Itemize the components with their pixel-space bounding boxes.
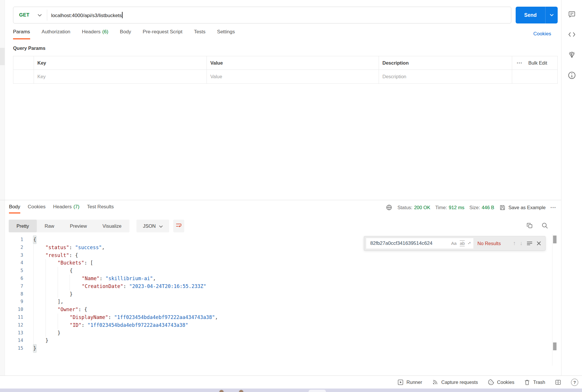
tab-body[interactable]: Body (120, 29, 131, 39)
line-number: 1 (5, 236, 23, 244)
wrap-text-button[interactable] (173, 220, 184, 232)
method-url-divider (47, 10, 47, 21)
find-next-icon[interactable]: ↓ (520, 240, 523, 247)
indent-guide-line (58, 290, 70, 298)
query-params-header-row: Key Value Description ••• Bulk Edit (13, 56, 557, 70)
request-info-button[interactable] (567, 71, 577, 81)
help-button[interactable]: ? (571, 379, 578, 386)
line-number: 14 (5, 337, 23, 344)
find-query-text: 82fb27a0ccf341639514c624 (370, 240, 448, 246)
info-icon (568, 71, 576, 81)
response-tab-headers[interactable]: Headers(7) (53, 204, 79, 214)
bulk-edit-button[interactable]: Bulk Edit (528, 60, 547, 66)
response-tabs: Body Cookies Headers(7) Test Results (9, 204, 114, 214)
code-token: ], (58, 298, 63, 306)
row-checkbox-cell[interactable] (13, 70, 34, 83)
more-options-icon[interactable]: ••• (517, 61, 523, 65)
tab-headers[interactable]: Headers(6) (82, 29, 108, 39)
key-input[interactable]: Key (34, 70, 207, 83)
line-number: 8 (5, 290, 23, 298)
response-view-switcher: Pretty Raw Preview Visualize (9, 220, 129, 232)
code-token: } (45, 337, 48, 344)
toggle-panel-button[interactable] (555, 379, 561, 386)
request-response-divider[interactable] (0, 200, 561, 200)
indent-guide-line (58, 282, 70, 290)
response-body-code[interactable]: 1{2"status": "success",3"result": {4"Buc… (5, 236, 551, 369)
line-number: 11 (5, 313, 23, 321)
url-input[interactable]: localhost:4000/api/s3/listbuckets (51, 12, 123, 19)
runner-button[interactable]: Runner (397, 379, 422, 386)
copy-response-button[interactable] (526, 222, 534, 230)
code-token: "CreationDate" (82, 282, 123, 290)
code-token: : { (69, 251, 78, 259)
indent-guide-line (70, 282, 82, 290)
wrap-text-icon (175, 222, 182, 230)
select-all-cell[interactable] (13, 56, 34, 70)
find-input[interactable]: 82fb27a0ccf341639514c624 Aa ab ▪* (366, 238, 473, 249)
chevron-down-icon (38, 12, 42, 18)
left-sidebar-fragment (0, 48, 5, 65)
comments-button[interactable] (567, 10, 577, 20)
response-tab-body[interactable]: Body (9, 204, 20, 214)
format-selector[interactable]: JSON (136, 220, 169, 232)
request-tabs: Params Authorization Headers(6) Body Pre… (13, 29, 235, 39)
desktop-taskbar-strip (0, 389, 582, 392)
tab-settings[interactable]: Settings (217, 29, 235, 39)
runner-icon (397, 379, 404, 386)
close-icon[interactable] (537, 241, 541, 246)
send-button[interactable]: Send (516, 7, 558, 23)
find-previous-icon[interactable]: ↑ (513, 240, 516, 247)
indent-guide-line (33, 251, 45, 259)
match-case-icon[interactable]: Aa (451, 241, 457, 246)
view-preview[interactable]: Preview (62, 220, 95, 232)
save-as-example-button[interactable]: Save as Example (499, 204, 545, 211)
response-tab-cookies[interactable]: Cookies (28, 204, 45, 214)
tab-params[interactable]: Params (13, 29, 30, 39)
send-button-label[interactable]: Send (516, 7, 545, 23)
view-visualize[interactable]: Visualize (95, 220, 129, 232)
tab-tests[interactable]: Tests (194, 29, 206, 39)
method-selector[interactable]: GET (13, 12, 42, 18)
trash-button[interactable]: Trash (524, 379, 545, 386)
send-options-chevron[interactable] (545, 7, 558, 23)
scrollbar-thumb[interactable] (553, 236, 557, 243)
regex-icon[interactable]: ▪* (468, 241, 471, 246)
view-pretty[interactable]: Pretty (9, 220, 37, 232)
response-time: Time:912 ms (435, 205, 464, 210)
help-icon: ? (571, 379, 578, 386)
code-line: 15} (5, 344, 551, 352)
format-value: JSON (143, 223, 156, 229)
column-header-key: Key (34, 56, 207, 70)
indent-guide-line (45, 290, 58, 298)
code-token: "Buckets" (58, 259, 84, 267)
cookies-button[interactable]: Cookies (488, 379, 515, 386)
description-input[interactable]: Description (379, 70, 512, 83)
code-token: , (215, 313, 218, 321)
view-raw[interactable]: Raw (37, 220, 62, 232)
related-requests-button[interactable] (567, 50, 577, 61)
cookies-link[interactable]: Cookies (533, 31, 551, 37)
response-more-options-icon[interactable]: ••• (550, 205, 556, 210)
response-tab-test-results[interactable]: Test Results (87, 204, 114, 214)
code-token: : (108, 313, 114, 321)
code-token: "skillibrium-ai" (105, 275, 153, 282)
indent-guide-line (33, 337, 45, 344)
search-response-button[interactable] (541, 222, 549, 230)
code-line: 12"ID": "1ff023454bda4ebf97222aa434743a3… (5, 321, 551, 329)
code-token: } (58, 329, 61, 337)
line-number: 12 (5, 321, 23, 329)
code-token: { (33, 236, 36, 244)
capture-requests-button[interactable]: Capture requests (432, 379, 478, 386)
query-params-table: Key Value Description ••• Bulk Edit Key … (13, 56, 558, 84)
code-token: "1ff023454bda4ebf97222aa434743a38" (114, 313, 215, 321)
whole-word-icon[interactable]: ab (460, 240, 465, 246)
find-in-selection-icon[interactable] (527, 241, 532, 246)
tab-pre-request-script[interactable]: Pre-request Script (143, 29, 183, 39)
code-token: , (153, 275, 156, 282)
code-snippet-button[interactable] (567, 30, 577, 40)
value-input[interactable]: Value (207, 70, 379, 83)
code-line: 9], (5, 298, 551, 306)
indent-guide-line (70, 275, 82, 282)
scrollbar-thumb[interactable] (553, 342, 557, 350)
tab-authorization[interactable]: Authorization (42, 29, 70, 39)
